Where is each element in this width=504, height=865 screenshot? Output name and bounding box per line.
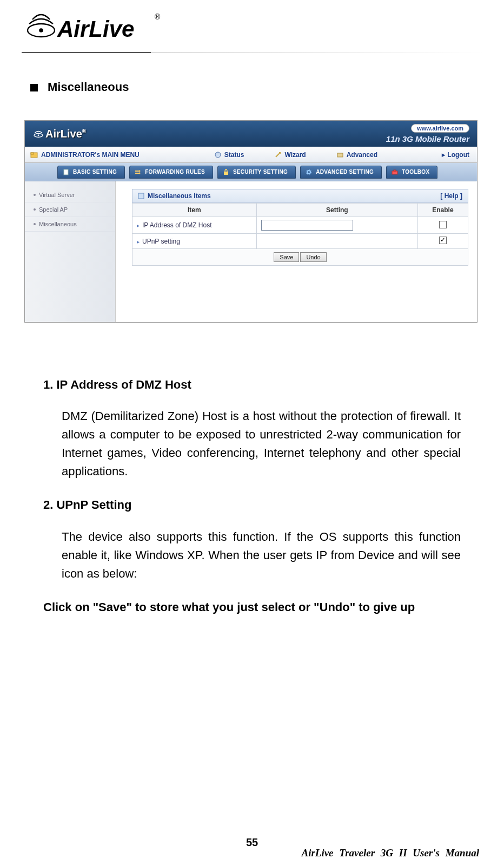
main-menu-title: ADMINISTRATOR's MAIN MENU — [25, 151, 145, 159]
sidebar-item-special-ap[interactable]: Special AP — [25, 202, 115, 217]
menu-wizard[interactable]: Wizard — [259, 151, 321, 159]
sidebar-item-miscellaneous[interactable]: Miscellaneous — [25, 217, 115, 232]
tab-advanced-setting[interactable]: ADVANCED SETTING — [300, 166, 382, 179]
save-button[interactable]: Save — [274, 252, 299, 262]
header-divider — [22, 52, 482, 53]
section-heading: Miscellaneous — [30, 80, 482, 94]
panel-icon — [138, 193, 144, 199]
main-menu-bar: ADMINISTRATOR's MAIN MENU Status Wizard … — [25, 147, 477, 163]
doc-icon — [62, 168, 70, 176]
tab-toolbox[interactable]: TOOLBOX — [386, 166, 437, 179]
status-icon — [214, 151, 222, 159]
dmz-enable-checkbox[interactable] — [439, 221, 447, 228]
col-item: Item — [132, 204, 257, 217]
dmz-host-input[interactable] — [261, 220, 353, 231]
menu-status[interactable]: Status — [199, 151, 260, 159]
tab-bar: BASIC SETTING FORWARDING RULES SECURITY … — [25, 163, 477, 181]
brand-logo: AirLive ® — [22, 5, 482, 48]
item-number: 1. — [43, 378, 53, 391]
sidebar-item-virtual-server[interactable]: Virtual Server — [25, 188, 115, 202]
site-url-badge: www.airlive.com — [411, 124, 469, 133]
product-tagline: 11n 3G Mobile Router — [386, 134, 469, 143]
svg-point-12 — [307, 171, 310, 174]
settings-table: Item Setting Enable ▸IP Address of DMZ H… — [132, 203, 468, 266]
ui-header: AirLive® www.airlive.com 11n 3G Mobile R… — [25, 121, 477, 147]
wizard-icon — [274, 151, 282, 159]
router-ui-screenshot: AirLive® www.airlive.com 11n 3G Mobile R… — [24, 120, 478, 323]
svg-rect-7 — [31, 153, 34, 154]
sidebar: Virtual Server Special AP Miscellaneous — [25, 181, 116, 322]
table-row: ▸IP Address of DMZ Host — [132, 217, 468, 234]
item-description: The device also supports this function. … — [62, 528, 461, 583]
tab-security-setting[interactable]: SECURITY SETTING — [217, 166, 296, 179]
folder-icon — [30, 151, 38, 159]
gear-icon — [305, 168, 313, 176]
menu-advanced[interactable]: Advanced — [321, 151, 393, 159]
lock-icon — [222, 168, 230, 176]
svg-text:AirLive: AirLive — [57, 16, 134, 42]
closing-instruction: Click on "Save" to store what you just s… — [43, 598, 461, 617]
table-row: ▸UPnP setting — [132, 234, 468, 249]
help-link[interactable]: [ Help ] — [440, 192, 462, 200]
caret-icon: ▸ — [137, 239, 140, 245]
document-body: 1. IP Address of DMZ Host DMZ (Demilitar… — [43, 376, 461, 617]
col-enable: Enable — [417, 204, 468, 217]
svg-point-5 — [38, 135, 39, 136]
item-title: UPnP Setting — [56, 498, 131, 512]
svg-rect-10 — [64, 169, 68, 175]
upnp-enable-checkbox[interactable] — [439, 237, 447, 244]
svg-rect-16 — [138, 193, 144, 199]
item-number: 2. — [43, 498, 53, 512]
svg-rect-9 — [337, 153, 343, 157]
svg-rect-11 — [224, 172, 228, 175]
tab-forwarding-rules[interactable]: FORWARDING RULES — [129, 166, 213, 179]
svg-point-1 — [39, 28, 43, 32]
advanced-icon — [336, 151, 344, 159]
toolbox-icon — [391, 168, 399, 176]
svg-rect-15 — [394, 170, 396, 171]
footer-manual-title: AirLive Traveler 3G II User's Manual — [301, 847, 479, 859]
undo-button[interactable]: Undo — [300, 252, 326, 262]
arrows-icon — [134, 168, 142, 176]
menu-logout[interactable]: ▸Logout — [442, 151, 477, 159]
svg-point-8 — [215, 152, 221, 158]
tab-basic-setting[interactable]: BASIC SETTING — [57, 166, 125, 179]
panel-header: Miscellaneous Items [ Help ] — [132, 189, 468, 203]
ui-logo: AirLive® — [32, 127, 86, 140]
button-row: SaveUndo — [132, 249, 468, 266]
bullet-icon — [30, 84, 38, 91]
caret-icon: ▸ — [137, 222, 140, 228]
col-setting: Setting — [256, 204, 417, 217]
svg-text:®: ® — [155, 12, 161, 21]
svg-rect-14 — [392, 171, 397, 174]
item-description: DMZ (Demilitarized Zone) Host is a host … — [62, 407, 461, 481]
item-title: IP Address of DMZ Host — [56, 378, 191, 391]
